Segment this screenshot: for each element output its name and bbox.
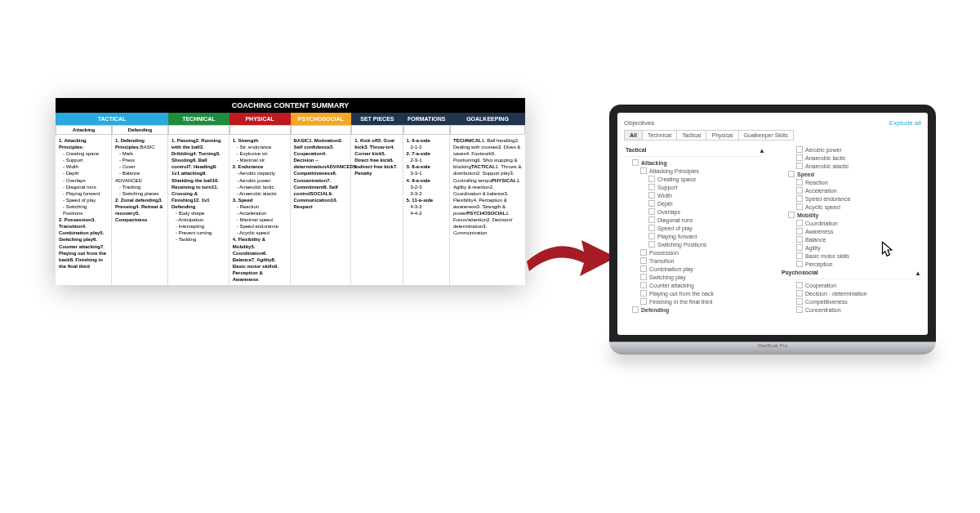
checkbox-icon[interactable] bbox=[796, 220, 803, 226]
checkbox-icon[interactable] bbox=[796, 290, 803, 297]
checkbox-icon[interactable] bbox=[796, 154, 803, 161]
tree-item[interactable]: Perception bbox=[780, 260, 921, 268]
tree-item[interactable]: Reaction bbox=[780, 178, 921, 186]
subhdr-attacking: Attacking bbox=[56, 125, 112, 135]
tree-item[interactable]: Cooperation bbox=[780, 281, 921, 289]
checkbox-icon[interactable] bbox=[796, 298, 803, 305]
col-attacking: 1. Attacking Principles:- Creating space… bbox=[56, 135, 112, 285]
checkbox-icon[interactable] bbox=[796, 163, 803, 169]
checkbox-icon[interactable] bbox=[648, 216, 655, 223]
hdr-goalkeeping: GOALKEEPING bbox=[450, 113, 525, 125]
col-formations: 1. 6-a-side2-1-22. 7-a-side2-3-13. 8-a-s… bbox=[403, 135, 451, 285]
checkbox-icon[interactable] bbox=[796, 261, 803, 267]
tree-item[interactable]: Acceleration bbox=[780, 186, 921, 194]
tree-item[interactable]: Basic motor skills bbox=[780, 252, 921, 260]
checkbox-icon[interactable] bbox=[648, 208, 655, 215]
tree-item[interactable]: Awareness bbox=[780, 227, 921, 235]
tab-all[interactable]: All bbox=[624, 130, 642, 141]
checkbox-icon[interactable] bbox=[640, 282, 647, 288]
checkbox-icon[interactable] bbox=[796, 203, 803, 210]
checkbox-icon[interactable] bbox=[640, 167, 647, 174]
checkbox-icon[interactable] bbox=[796, 236, 803, 243]
tree-right: Aerobic powerAnaerobic lacticAnaerobic a… bbox=[780, 145, 921, 314]
tree-item[interactable]: Playing out from the back bbox=[624, 289, 765, 297]
tree-item[interactable]: Anaerobic alactic bbox=[780, 162, 921, 170]
checkbox-icon[interactable] bbox=[640, 298, 647, 305]
tree-item[interactable]: Support bbox=[624, 183, 765, 191]
tree-item[interactable]: Speed endurance bbox=[780, 194, 921, 203]
tree-item[interactable]: Combination play bbox=[624, 265, 765, 273]
checkbox-icon[interactable] bbox=[640, 290, 647, 297]
checkbox-icon[interactable] bbox=[640, 257, 647, 264]
checkbox-icon[interactable] bbox=[648, 192, 655, 199]
tree-item[interactable]: Width bbox=[624, 191, 765, 199]
tree-item[interactable]: Attacking bbox=[624, 158, 765, 167]
tree-item[interactable]: Possession bbox=[624, 248, 765, 256]
tree-item[interactable]: Speed of play bbox=[624, 224, 765, 232]
checkbox-icon[interactable] bbox=[640, 274, 647, 280]
tree-item[interactable]: Anaerobic lactic bbox=[780, 154, 921, 162]
checkbox-icon[interactable] bbox=[796, 146, 803, 153]
checkbox-icon[interactable] bbox=[796, 187, 803, 194]
checkbox-icon[interactable] bbox=[796, 244, 803, 251]
tree-item[interactable]: Defending bbox=[624, 306, 765, 314]
checkbox-icon[interactable] bbox=[648, 200, 655, 207]
tree-item[interactable]: Balance bbox=[780, 235, 921, 243]
tab-tactical[interactable]: Tactical bbox=[676, 130, 706, 141]
caret-up-icon: ▲ bbox=[915, 270, 921, 277]
tree-item[interactable]: Speed bbox=[780, 170, 921, 178]
tree-item[interactable]: Attacking Principles bbox=[624, 167, 765, 175]
subhdr-defending: Defending bbox=[112, 125, 168, 135]
laptop-mockup: Objectives Explode all AllTechnicalTacti… bbox=[609, 105, 936, 355]
hdr-tactical: TACTICAL bbox=[56, 113, 168, 125]
tree-item[interactable]: Acyclic speed bbox=[780, 203, 921, 211]
hdr-formations: FORMATIONS bbox=[403, 113, 451, 125]
checkbox-icon[interactable] bbox=[648, 184, 655, 190]
checkbox-icon[interactable] bbox=[796, 252, 803, 259]
tree-item[interactable]: Playing forward bbox=[624, 232, 765, 240]
tree-item[interactable]: Switching Positions bbox=[624, 240, 765, 248]
tree-group[interactable]: Psychosocial▲ bbox=[780, 268, 921, 279]
checkbox-icon[interactable] bbox=[640, 265, 647, 272]
checkbox-icon[interactable] bbox=[648, 233, 655, 239]
checkbox-icon[interactable] bbox=[788, 171, 795, 177]
tab-goalkeeper skills[interactable]: Goalkeeper Skills bbox=[738, 130, 794, 141]
checkbox-icon[interactable] bbox=[632, 159, 639, 166]
hdr-technical: TECHNICAL bbox=[168, 113, 229, 125]
tree-item[interactable]: Diagonal runs bbox=[624, 216, 765, 224]
tree-item[interactable]: Overlaps bbox=[624, 207, 765, 216]
tree-item[interactable]: Finishing in the final third bbox=[624, 297, 765, 306]
checkbox-icon[interactable] bbox=[640, 249, 647, 256]
col-physical: 1. Strength- Str. endurance- Explosive s… bbox=[229, 135, 291, 285]
tree-item[interactable]: Mobility bbox=[780, 211, 921, 219]
tree-item[interactable]: Coordination bbox=[780, 219, 921, 227]
tree-item[interactable]: Aerobic power bbox=[780, 145, 921, 154]
caret-up-icon: ▲ bbox=[759, 147, 765, 154]
checkbox-icon[interactable] bbox=[796, 179, 803, 185]
tree-group[interactable]: Tactical▲ bbox=[624, 145, 765, 157]
tree-item[interactable]: Competitiveness bbox=[780, 297, 921, 306]
tab-technical[interactable]: Technical bbox=[642, 130, 676, 141]
tree-item[interactable]: Transition bbox=[624, 256, 765, 265]
tree-item[interactable]: Decision - determination bbox=[780, 289, 921, 297]
coaching-summary-sheet: COACHING CONTENT SUMMARY TACTICAL TECHNI… bbox=[56, 98, 525, 285]
tab-physical[interactable]: Physical bbox=[706, 130, 737, 141]
col-setpieces: 1. Kick off2. Goal kick3. Throw-in4. Cor… bbox=[351, 135, 403, 285]
tree-item[interactable]: Switching play bbox=[624, 273, 765, 281]
checkbox-icon[interactable] bbox=[796, 195, 803, 202]
tree-item[interactable]: Agility bbox=[780, 243, 921, 252]
tree-item[interactable]: Counter attacking bbox=[624, 281, 765, 289]
checkbox-icon[interactable] bbox=[796, 228, 803, 234]
checkbox-icon[interactable] bbox=[648, 241, 655, 248]
checkbox-icon[interactable] bbox=[788, 212, 795, 218]
device-label: MacBook Pro bbox=[609, 343, 936, 348]
checkbox-icon[interactable] bbox=[796, 306, 803, 313]
explode-all-link[interactable]: Explode all bbox=[889, 119, 921, 127]
tree-item[interactable]: Concentration bbox=[780, 306, 921, 314]
checkbox-icon[interactable] bbox=[796, 282, 803, 288]
tree-item[interactable]: Creating space bbox=[624, 175, 765, 183]
checkbox-icon[interactable] bbox=[632, 306, 639, 313]
checkbox-icon[interactable] bbox=[648, 176, 655, 182]
tree-item[interactable]: Depth bbox=[624, 199, 765, 207]
checkbox-icon[interactable] bbox=[648, 225, 655, 231]
